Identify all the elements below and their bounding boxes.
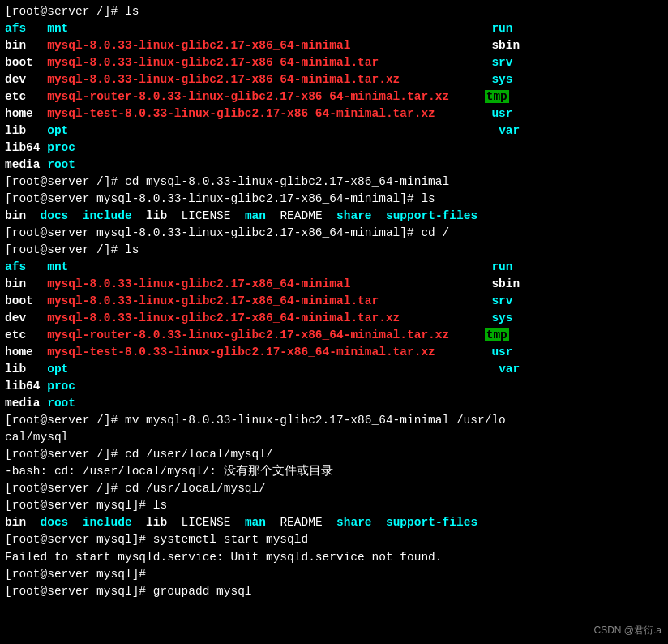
line-29: [root@server /]# cd /usr/local/mysql/ [5,480,663,497]
line-33: Failed to start mysqld.service: Unit mys… [5,549,663,566]
line-34: [root@server mysql]# [5,566,663,583]
line-24: media root [5,395,663,412]
line-6: etc mysql-router-8.0.33-linux-glibc2.17-… [5,88,663,105]
line-18: boot mysql-8.0.33-linux-glibc2.17-x86_64… [5,293,663,310]
line-1: [root@server /]# ls [5,3,663,20]
terminal[interactable]: { "lines": [] } [root@server /]# ls afs … [0,0,668,644]
line-26: cal/mysql [5,429,663,446]
line-30: [root@server mysql]# ls [5,497,663,514]
line-4: boot mysql-8.0.33-linux-glibc2.17-x86_64… [5,54,663,71]
line-8: lib opt var [5,122,663,140]
line-22: lib opt var [5,361,663,378]
line-10: media root [5,157,663,174]
line-28: -bash: cd: /user/local/mysql/: 没有那个文件或目录 [5,463,663,480]
line-21: home mysql-test-8.0.33-linux-glibc2.17-x… [5,344,663,361]
line-7: home mysql-test-8.0.33-linux-glibc2.17-x… [5,105,663,122]
line-25: [root@server /]# mv mysql-8.0.33-linux-g… [5,412,663,429]
line-19: dev mysql-8.0.33-linux-glibc2.17-x86_64-… [5,310,663,327]
line-3: bin mysql-8.0.33-linux-glibc2.17-x86_64-… [5,37,663,54]
line-5: dev mysql-8.0.33-linux-glibc2.17-x86_64-… [5,71,663,88]
line-2: afs mnt run [5,20,663,37]
line-23: lib64 proc [5,378,663,395]
line-32: [root@server mysql]# systemctl start mys… [5,531,663,548]
line-14: [root@server mysql-8.0.33-linux-glibc2.1… [5,225,663,242]
line-17: bin mysql-8.0.33-linux-glibc2.17-x86_64-… [5,276,663,293]
line-27: [root@server /]# cd /user/local/mysql/ [5,446,663,463]
line-20: etc mysql-router-8.0.33-linux-glibc2.17-… [5,327,663,344]
line-35: [root@server mysql]# groupadd mysql [5,583,663,600]
line-31: bin docs include lib LICENSE man README … [5,514,663,531]
line-11: [root@server /]# cd mysql-8.0.33-linux-g… [5,174,663,191]
line-13: bin docs include lib LICENSE man README … [5,208,663,225]
line-15: [root@server /]# ls [5,242,663,259]
line-12: [root@server mysql-8.0.33-linux-glibc2.1… [5,191,663,208]
watermark: CSDN @君衍.a [593,624,662,638]
line-16: afs mnt run [5,259,663,276]
line-9: lib64 proc [5,140,663,157]
